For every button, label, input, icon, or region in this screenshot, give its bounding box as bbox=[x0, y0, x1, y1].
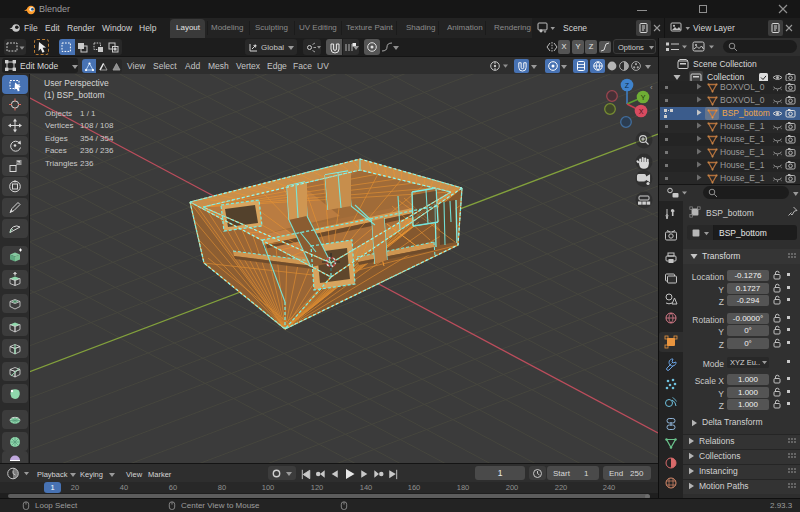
svg-text:X: X bbox=[639, 108, 644, 115]
svg-text:Z: Z bbox=[625, 82, 630, 89]
svg-text:‹: ‹ bbox=[650, 83, 653, 92]
svg-text:Y: Y bbox=[641, 94, 646, 101]
